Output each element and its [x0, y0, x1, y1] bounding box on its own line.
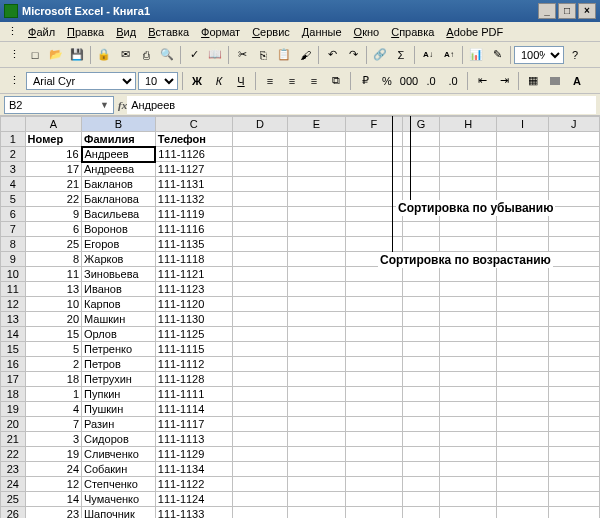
menu-вид[interactable]: Вид [110, 24, 142, 40]
row-header-3[interactable]: 3 [1, 162, 26, 177]
cell[interactable] [548, 222, 599, 237]
cell[interactable] [232, 312, 287, 327]
cell[interactable] [403, 222, 440, 237]
cell[interactable] [439, 267, 496, 282]
cell[interactable] [345, 297, 402, 312]
cell[interactable]: 111-1125 [155, 327, 232, 342]
row-header-10[interactable]: 10 [1, 267, 26, 282]
cell[interactable]: Чумаченко [82, 492, 156, 507]
cell[interactable] [439, 462, 496, 477]
cell[interactable] [345, 492, 402, 507]
cell[interactable]: 6 [25, 222, 81, 237]
underline-button[interactable]: Ч [231, 71, 251, 91]
row-header-14[interactable]: 14 [1, 327, 26, 342]
cell[interactable] [345, 207, 402, 222]
col-header-H[interactable]: H [439, 117, 496, 132]
cell[interactable] [497, 477, 548, 492]
cell[interactable] [345, 312, 402, 327]
select-all-corner[interactable] [1, 117, 26, 132]
cell[interactable]: 111-1111 [155, 387, 232, 402]
cell[interactable]: 111-1115 [155, 342, 232, 357]
cell[interactable] [497, 417, 548, 432]
menu-данные[interactable]: Данные [296, 24, 348, 40]
cell[interactable] [288, 492, 345, 507]
cell[interactable]: Бакланова [82, 192, 156, 207]
col-header-E[interactable]: E [288, 117, 345, 132]
cell[interactable] [345, 357, 402, 372]
print-button[interactable]: ⎙ [136, 45, 156, 65]
cell[interactable]: Жарков [82, 252, 156, 267]
sort-asc-button[interactable]: A↓ [418, 45, 438, 65]
cell[interactable] [439, 477, 496, 492]
cut-button[interactable]: ✂ [232, 45, 252, 65]
borders-button[interactable]: ▦ [523, 71, 543, 91]
cell[interactable] [548, 432, 599, 447]
cell[interactable] [403, 282, 440, 297]
row-header-18[interactable]: 18 [1, 387, 26, 402]
inc-decimal-button[interactable]: .0 [421, 71, 441, 91]
cell[interactable] [232, 357, 287, 372]
cell[interactable]: 11 [25, 267, 81, 282]
cell[interactable]: 4 [25, 402, 81, 417]
cell[interactable] [439, 312, 496, 327]
mail-button[interactable]: ✉ [115, 45, 135, 65]
cell[interactable] [497, 432, 548, 447]
cell[interactable] [548, 507, 599, 519]
formula-input[interactable] [127, 96, 596, 114]
cell[interactable]: Васильева [82, 207, 156, 222]
cell[interactable] [232, 507, 287, 519]
cell[interactable]: 111-1112 [155, 357, 232, 372]
cell[interactable]: 20 [25, 312, 81, 327]
cell[interactable]: 111-1129 [155, 447, 232, 462]
cell[interactable]: 14 [25, 492, 81, 507]
cell-header[interactable] [345, 132, 402, 147]
cell[interactable]: Разин [82, 417, 156, 432]
cell[interactable]: 9 [25, 207, 81, 222]
cell[interactable] [439, 447, 496, 462]
cell[interactable]: 24 [25, 462, 81, 477]
cell[interactable] [548, 312, 599, 327]
cell[interactable] [548, 402, 599, 417]
cell[interactable]: 111-1118 [155, 252, 232, 267]
menu-справка[interactable]: Справка [385, 24, 440, 40]
menu-файл[interactable]: Файл [22, 24, 61, 40]
align-right-button[interactable]: ≡ [304, 71, 324, 91]
cell[interactable] [403, 267, 440, 282]
cell[interactable]: 7 [25, 417, 81, 432]
cell[interactable]: 111-1113 [155, 432, 232, 447]
cell[interactable] [288, 177, 345, 192]
autosum-button[interactable]: Σ [391, 45, 411, 65]
cell[interactable] [548, 267, 599, 282]
cell[interactable] [232, 402, 287, 417]
cell[interactable] [497, 342, 548, 357]
cell[interactable] [497, 297, 548, 312]
spreadsheet-grid[interactable]: ABCDEFGHIJ1НомерФамилияТелефон216Андреев… [0, 116, 600, 518]
cell[interactable] [497, 357, 548, 372]
permission-button[interactable]: 🔒 [94, 45, 114, 65]
cell[interactable] [439, 357, 496, 372]
cell[interactable] [548, 252, 599, 267]
row-header-12[interactable]: 12 [1, 297, 26, 312]
cell[interactable]: Петрухин [82, 372, 156, 387]
cell[interactable] [403, 387, 440, 402]
cell-header[interactable] [548, 132, 599, 147]
chart-button[interactable]: 📊 [466, 45, 486, 65]
cell[interactable] [403, 492, 440, 507]
redo-button[interactable]: ↷ [343, 45, 363, 65]
percent-button[interactable]: % [377, 71, 397, 91]
fill-color-button[interactable] [545, 71, 565, 91]
cell[interactable]: 23 [25, 507, 81, 519]
cell[interactable] [548, 372, 599, 387]
row-header-5[interactable]: 5 [1, 192, 26, 207]
cell[interactable] [232, 147, 287, 162]
sort-desc-button[interactable]: A↑ [439, 45, 459, 65]
cell[interactable]: 22 [25, 192, 81, 207]
cell[interactable]: 111-1126 [155, 147, 232, 162]
cell[interactable] [439, 402, 496, 417]
cell[interactable] [439, 282, 496, 297]
cell[interactable] [548, 147, 599, 162]
row-header-19[interactable]: 19 [1, 402, 26, 417]
cell[interactable] [403, 342, 440, 357]
cell[interactable] [345, 402, 402, 417]
cell[interactable] [548, 417, 599, 432]
